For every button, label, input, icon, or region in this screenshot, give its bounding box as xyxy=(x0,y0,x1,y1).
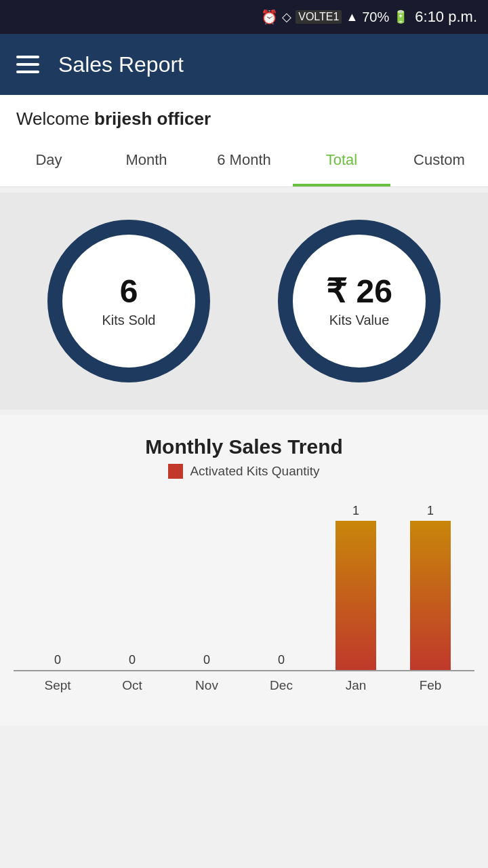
welcome-prefix: Welcome xyxy=(16,108,94,129)
welcome-username: brijesh officer xyxy=(94,108,211,129)
bar-group-nov: 0 xyxy=(169,653,244,670)
wifi-icon: ◇ xyxy=(282,9,291,24)
chart-legend: Activated Kits Quantity xyxy=(14,464,474,479)
kits-value-label: Kits Value xyxy=(329,313,390,328)
tab-custom[interactable]: Custom xyxy=(390,136,488,186)
battery-label: 70% xyxy=(362,9,389,25)
tab-month[interactable]: Month xyxy=(98,136,195,186)
bar-value-nov: 0 xyxy=(203,653,210,667)
bar-value-sept: 0 xyxy=(54,653,61,667)
clock-icon: ⏰ xyxy=(261,9,278,25)
tab-day[interactable]: Day xyxy=(0,136,98,186)
legend-color-box xyxy=(168,464,183,479)
bar-group-oct: 0 xyxy=(95,653,169,670)
x-label-dec: Dec xyxy=(244,678,319,693)
kits-sold-label: Kits Sold xyxy=(102,313,156,328)
x-label-feb: Feb xyxy=(393,678,468,693)
app-header: Sales Report xyxy=(0,34,488,95)
tabs-container: Day Month 6 Month Total Custom xyxy=(0,136,488,187)
battery-icon: 🔋 xyxy=(393,9,408,24)
status-icons: ⏰ ◇ VOLTE1 ▲ 70% 🔋 6:10 p.m. xyxy=(261,8,477,26)
carrier-label: VOLTE1 xyxy=(296,10,342,24)
x-label-nov: Nov xyxy=(169,678,244,693)
kpi-kits-sold: 6 Kits Sold xyxy=(47,220,210,382)
bar-value-dec: 0 xyxy=(278,653,285,667)
kits-sold-value: 6 xyxy=(120,274,138,310)
hamburger-menu[interactable] xyxy=(16,56,39,73)
time-display: 6:10 p.m. xyxy=(415,8,477,26)
chart-x-labels: Sept Oct Nov Dec Jan Feb xyxy=(14,671,474,693)
x-label-jan: Jan xyxy=(319,678,393,693)
welcome-section: Welcome brijesh officer xyxy=(0,95,488,136)
bar-value-feb: 1 xyxy=(427,504,434,518)
chart-bars: 0 0 0 0 1 xyxy=(14,495,474,671)
chart-area: 0 0 0 0 1 xyxy=(14,495,474,712)
bar-value-oct: 0 xyxy=(129,653,136,667)
chart-title: Monthly Sales Trend xyxy=(14,435,474,458)
x-label-sept: Sept xyxy=(20,678,95,693)
signal-icon: ▲ xyxy=(346,10,358,24)
status-bar: ⏰ ◇ VOLTE1 ▲ 70% 🔋 6:10 p.m. xyxy=(0,0,488,34)
kpi-section: 6 Kits Sold ₹ 26 Kits Value xyxy=(0,193,488,410)
bar-group-dec: 0 xyxy=(244,653,319,670)
x-label-oct: Oct xyxy=(95,678,169,693)
chart-section: Monthly Sales Trend Activated Kits Quant… xyxy=(0,415,488,726)
bar-group-jan: 1 xyxy=(319,504,393,670)
welcome-text: Welcome brijesh officer xyxy=(16,108,472,130)
tab-6month[interactable]: 6 Month xyxy=(195,136,293,186)
tab-total[interactable]: Total xyxy=(293,136,390,186)
kits-value-amount: ₹ 26 xyxy=(326,274,392,310)
bar-group-feb: 1 xyxy=(393,504,468,670)
bar-group-sept: 0 xyxy=(20,653,95,670)
legend-label: Activated Kits Quantity xyxy=(190,464,319,479)
bar-jan xyxy=(336,521,376,670)
bar-feb xyxy=(410,521,451,670)
bar-value-jan: 1 xyxy=(352,504,359,518)
kpi-kits-value: ₹ 26 Kits Value xyxy=(278,220,441,382)
page-title: Sales Report xyxy=(58,52,184,77)
